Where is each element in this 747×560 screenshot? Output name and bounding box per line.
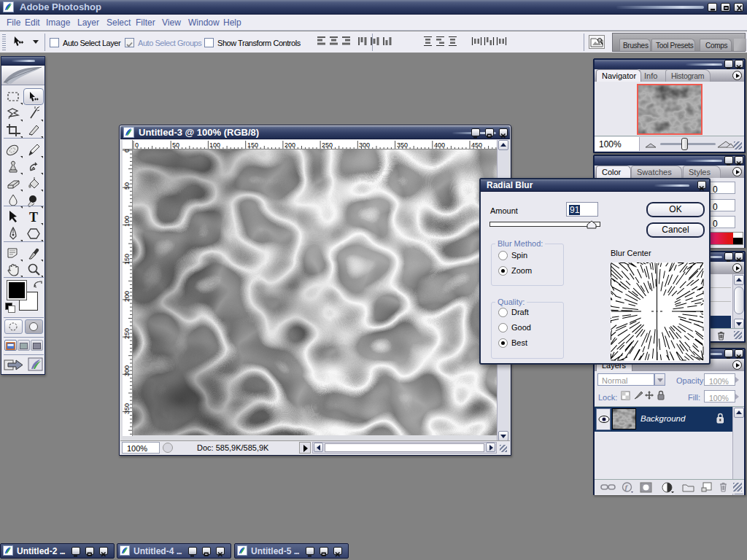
svg-text:250: 250 — [123, 328, 131, 339]
svg-text:f: f — [625, 483, 629, 491]
svg-text:250: 250 — [322, 141, 333, 149]
svg-text:300: 300 — [359, 141, 370, 149]
svg-text:0: 0 — [135, 141, 139, 149]
svg-text:450: 450 — [471, 141, 482, 149]
svg-text:T: T — [29, 210, 38, 225]
svg-text:200: 200 — [285, 141, 295, 149]
svg-text:350: 350 — [123, 403, 131, 414]
svg-text:300: 300 — [123, 365, 131, 376]
svg-text:100: 100 — [209, 141, 220, 149]
svg-text:150: 150 — [123, 254, 131, 265]
svg-text:50: 50 — [123, 182, 131, 190]
svg-text:200: 200 — [123, 291, 131, 302]
svg-text:0: 0 — [123, 149, 131, 152]
svg-text:400: 400 — [434, 141, 445, 149]
